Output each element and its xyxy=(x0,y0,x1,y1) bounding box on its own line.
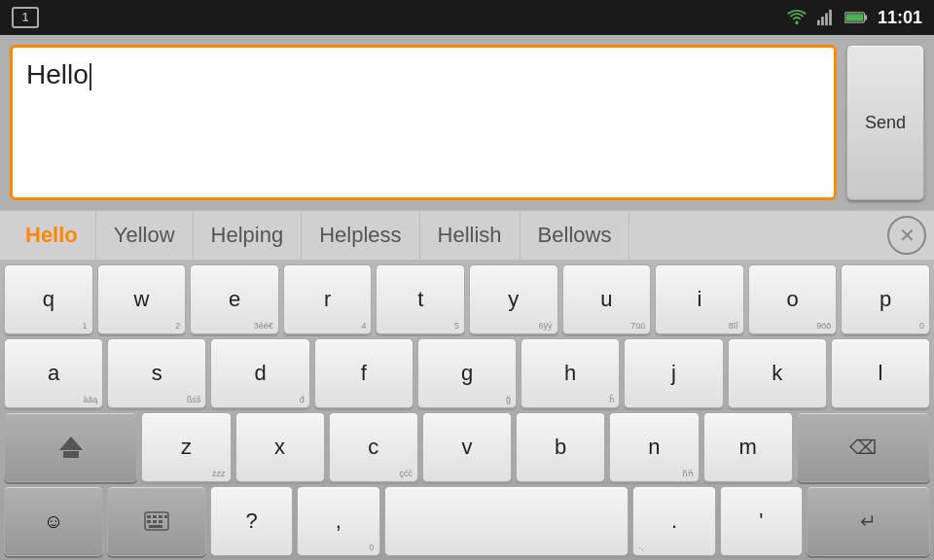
key-f[interactable]: f xyxy=(314,338,413,408)
key-s[interactable]: sßśš xyxy=(107,338,206,408)
svg-rect-3 xyxy=(825,14,828,26)
svg-rect-14 xyxy=(153,520,157,523)
svg-rect-10 xyxy=(153,515,157,518)
key-y[interactable]: y6ÿý xyxy=(469,264,558,334)
signal-icon xyxy=(817,9,835,26)
key-m[interactable]: m xyxy=(703,412,793,482)
key-row-4: ☺ ... ? ,0 .·, ' ↵ ... xyxy=(4,486,930,556)
backspace-button[interactable]: ⌫ xyxy=(797,412,930,482)
keyboard: q1 w2 e3èé€ r4 t5 y6ÿý u7üū i8īî o9öō p0… xyxy=(0,261,934,560)
key-j[interactable]: j xyxy=(624,338,723,408)
key-l[interactable]: l xyxy=(831,338,930,408)
suggestion-bellows[interactable]: Bellows xyxy=(521,211,630,260)
key-question[interactable]: ? xyxy=(210,486,293,556)
key-row-3: zżzz x cçćč v b nñn̈ m ⌫ xyxy=(4,412,930,482)
key-o[interactable]: o9öō xyxy=(748,264,838,334)
suggestion-hellish[interactable]: Hellish xyxy=(420,211,521,260)
key-q[interactable]: q1 xyxy=(4,264,93,334)
key-v[interactable]: v xyxy=(422,412,512,482)
key-x[interactable]: x xyxy=(235,412,325,482)
svg-rect-15 xyxy=(159,520,162,523)
key-t[interactable]: t5 xyxy=(376,264,465,334)
key-d[interactable]: dđ xyxy=(210,338,309,408)
key-period[interactable]: .·, xyxy=(632,486,715,556)
suggestion-close-button[interactable]: ✕ xyxy=(887,216,926,255)
svg-rect-7 xyxy=(845,14,863,21)
svg-rect-13 xyxy=(147,520,151,523)
message-area: Hello Send xyxy=(0,35,934,210)
suggestion-helpless[interactable]: Helpless xyxy=(302,211,419,260)
keyboard-switch-button[interactable] xyxy=(107,486,206,556)
status-time: 11:01 xyxy=(878,8,922,28)
key-h[interactable]: hĥ xyxy=(521,338,620,408)
key-z[interactable]: zżzz xyxy=(141,412,231,482)
suggestions-bar: Hello Yellow Helping Helpless Hellish Be… xyxy=(0,210,934,261)
shift-button[interactable] xyxy=(4,412,137,482)
key-n[interactable]: nñn̈ xyxy=(609,412,699,482)
text-input-field[interactable]: Hello xyxy=(10,45,837,200)
key-row-2: aàāą sßśš dđ f gğ hĥ j k l xyxy=(4,338,930,408)
svg-rect-4 xyxy=(829,10,832,25)
key-k[interactable]: k xyxy=(728,338,827,408)
emoji-button[interactable]: ☺ ... xyxy=(4,486,103,556)
key-apostrophe[interactable]: ' xyxy=(720,486,803,556)
enter-button[interactable]: ↵ ... xyxy=(807,486,930,556)
status-right: 11:01 xyxy=(786,8,922,28)
key-comma[interactable]: ,0 xyxy=(297,486,379,556)
svg-rect-2 xyxy=(821,17,824,25)
suggestion-helping[interactable]: Helping xyxy=(194,211,303,260)
key-r[interactable]: r4 xyxy=(283,264,373,334)
keyboard-layout-icon xyxy=(144,511,169,531)
key-a[interactable]: aàāą xyxy=(4,338,103,408)
key-g[interactable]: gğ xyxy=(417,338,517,408)
svg-rect-16 xyxy=(149,525,162,528)
svg-point-0 xyxy=(795,21,798,24)
status-left: 1 xyxy=(12,7,39,28)
battery-icon xyxy=(844,10,868,25)
svg-rect-6 xyxy=(865,15,868,19)
suggestion-hello[interactable]: Hello xyxy=(8,211,96,260)
input-text: Hello xyxy=(26,59,91,90)
key-row-1: q1 w2 e3èé€ r4 t5 y6ÿý u7üū i8īî o9öō p0 xyxy=(4,264,930,334)
key-u[interactable]: u7üū xyxy=(562,264,652,334)
svg-rect-9 xyxy=(147,515,151,518)
key-e[interactable]: e3èé€ xyxy=(190,264,279,334)
key-w[interactable]: w2 xyxy=(97,264,187,334)
wifi-icon xyxy=(786,9,808,26)
key-c[interactable]: cçćč xyxy=(329,412,418,482)
svg-rect-11 xyxy=(159,515,162,518)
space-button[interactable] xyxy=(384,486,629,556)
key-b[interactable]: b xyxy=(516,412,605,482)
key-i[interactable]: i8īî xyxy=(655,264,744,334)
svg-rect-1 xyxy=(817,20,820,25)
svg-rect-12 xyxy=(164,515,167,518)
key-p[interactable]: p0 xyxy=(841,264,930,334)
notification-icon: 1 xyxy=(12,7,39,28)
status-bar: 1 11:01 xyxy=(0,0,934,35)
suggestion-yellow[interactable]: Yellow xyxy=(96,211,194,260)
send-button[interactable]: Send xyxy=(846,45,924,200)
